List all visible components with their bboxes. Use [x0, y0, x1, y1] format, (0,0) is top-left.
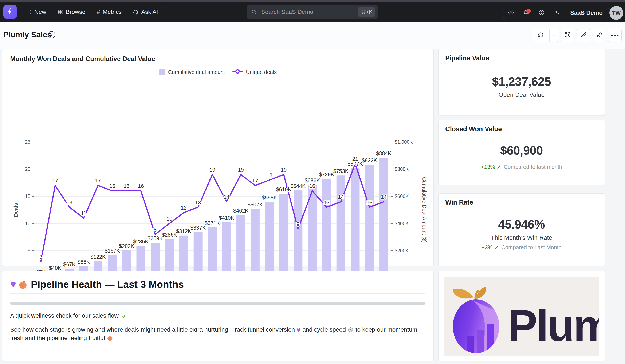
svg-text:$200K: $200K	[395, 248, 409, 253]
refresh-button[interactable]	[532, 29, 549, 42]
search-shortcut-kbd: ⌘+K	[358, 7, 375, 17]
line-marker-icon	[232, 69, 243, 75]
app-root: New Browse # Metrics Ask AI	[0, 0, 625, 364]
pencil-icon	[580, 31, 587, 39]
svg-text:13: 13	[367, 200, 372, 205]
notifications-button[interactable]	[519, 7, 534, 19]
plus-square-icon	[26, 9, 32, 15]
kpi-value: $1,237,625	[492, 75, 551, 89]
svg-text:$462K: $462K	[233, 208, 249, 213]
svg-text:10: 10	[25, 221, 30, 226]
kpi-card-pipeline-value: Pipeline Value $1,237,625 Open Deal Valu…	[438, 49, 605, 116]
svg-text:19: 19	[281, 167, 287, 173]
kpi-value: 45.946%	[498, 217, 545, 231]
help-icon	[538, 9, 545, 16]
svg-text:$600K: $600K	[395, 194, 409, 199]
svg-text:$286K: $286K	[162, 232, 177, 238]
hash-icon: #	[96, 8, 100, 16]
svg-text:$312K: $312K	[176, 228, 191, 234]
fullscreen-button[interactable]	[561, 29, 574, 42]
expand-icon	[564, 31, 571, 39]
workspace-label: SaaS Demo	[570, 9, 603, 16]
plumly-logo-card: Plumly	[438, 271, 605, 361]
top-navbar: New Browse # Metrics Ask AI	[0, 2, 625, 22]
svg-text:14: 14	[381, 194, 387, 200]
sparkles-icon	[554, 9, 560, 16]
help-button[interactable]	[534, 7, 549, 19]
svg-text:$337K: $337K	[190, 225, 206, 231]
svg-text:$371K: $371K	[205, 220, 220, 226]
svg-text:16: 16	[109, 183, 115, 189]
svg-text:$122K: $122K	[90, 254, 106, 260]
headset-sparkle-icon	[133, 9, 139, 15]
note-paragraph-1: A quick wellness check for our sales flo…	[10, 311, 425, 320]
peach-emoji	[18, 279, 28, 289]
svg-text:$832K: $832K	[362, 157, 377, 163]
svg-text:$236K: $236K	[133, 239, 149, 244]
topbar-right-group: SaaS Demo	[503, 7, 609, 19]
search-input[interactable]	[261, 8, 358, 16]
svg-text:$686K: $686K	[305, 177, 320, 183]
svg-text:17: 17	[52, 178, 58, 183]
legend-unique-deals-label: Unique deals	[246, 69, 277, 75]
svg-text:16: 16	[138, 183, 144, 189]
settings-button[interactable]	[503, 7, 519, 19]
legend-item-unique-deals[interactable]: Unique deals	[232, 69, 277, 75]
kpi-sublabel: Open Deal Value	[499, 91, 545, 98]
kpi-compare-label: Compared to Last Month	[501, 244, 562, 251]
chevron-down-icon	[551, 32, 557, 38]
whats-new-button[interactable]	[549, 7, 564, 19]
edit-button[interactable]	[577, 29, 590, 42]
purple-heart-emoji-small: ♥	[296, 326, 301, 334]
gear-icon	[508, 9, 514, 16]
svg-text:$400K: $400K	[395, 221, 409, 226]
nav-ask-ai-button[interactable]: Ask AI	[127, 6, 163, 18]
notification-dot	[526, 9, 531, 13]
page-header: Plumly Sales i	[0, 22, 625, 49]
share-link-button[interactable]	[593, 29, 606, 42]
avatar-initials: TW	[612, 10, 621, 16]
refresh-options-button[interactable]	[549, 29, 558, 42]
chart-legend: Cumulative deal amount Unique deals	[159, 69, 277, 75]
note-heading-text: Pipeline Health — Last 3 Months	[31, 278, 184, 290]
dashboard-toolbar: •••	[532, 29, 622, 42]
nav-browse-label: Browse	[66, 9, 85, 15]
grid-icon	[57, 9, 63, 15]
svg-text:$202K: $202K	[119, 243, 134, 249]
svg-text:$619K: $619K	[276, 186, 291, 192]
nav-new-label: New	[34, 9, 46, 15]
app-logo-button[interactable]	[3, 5, 17, 19]
refresh-split-button	[532, 29, 559, 42]
more-options-button[interactable]: •••	[609, 29, 622, 42]
svg-text:9: 9	[296, 221, 299, 227]
kpi-comparison: +3% ↗ Compared to Last Month	[481, 244, 562, 251]
svg-text:$507K: $507K	[248, 202, 263, 208]
nav-metrics-button[interactable]: # Metrics	[91, 6, 127, 18]
user-avatar[interactable]: TW	[609, 6, 623, 20]
nav-new-button[interactable]: New	[20, 6, 52, 18]
kpi-delta: +3% ↗	[481, 244, 499, 251]
svg-text:$259K: $259K	[148, 235, 163, 241]
svg-text:$884K: $884K	[376, 151, 392, 156]
nav-ask-ai-label: Ask AI	[141, 9, 158, 15]
info-icon[interactable]: i	[48, 31, 55, 38]
svg-text:10: 10	[166, 216, 172, 222]
bar-swatch	[159, 69, 165, 75]
workspace-button[interactable]: SaaS Demo	[564, 7, 609, 19]
global-search[interactable]: ⌘+K	[247, 5, 378, 19]
svg-text:25: 25	[25, 139, 30, 145]
legend-item-cumulative[interactable]: Cumulative deal amount	[159, 69, 225, 75]
kpi-card-closed-won-value: Closed Won Value $60,900 +13% ↗ Compared…	[438, 120, 605, 185]
kpi-comparison: +13% ↗ Compared to last month	[481, 164, 562, 170]
svg-text:19: 19	[238, 167, 244, 173]
svg-text:3: 3	[39, 254, 42, 260]
svg-text:13: 13	[66, 200, 72, 205]
kpi-sublabel: This Month's Win Rate	[491, 234, 552, 241]
nav-browse-button[interactable]: Browse	[52, 6, 91, 18]
kpi-compare-label: Compared to last month	[504, 164, 562, 170]
plumly-logo-image: Plumly	[444, 277, 599, 356]
svg-text:$807K: $807K	[347, 161, 363, 167]
svg-text:11: 11	[81, 210, 86, 216]
svg-text:16: 16	[124, 183, 130, 189]
svg-text:18: 18	[267, 172, 273, 178]
